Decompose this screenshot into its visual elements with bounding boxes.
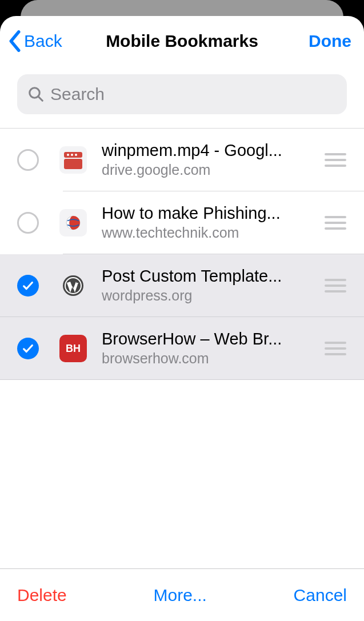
checked-circle-icon	[17, 338, 39, 359]
grip-line-icon	[325, 216, 346, 218]
select-checkbox[interactable]	[17, 338, 39, 359]
grip-line-icon	[325, 165, 346, 167]
grip-line-icon	[325, 279, 346, 281]
reorder-handle[interactable]	[319, 191, 351, 254]
checkmark-icon	[22, 279, 34, 292]
back-label: Back	[24, 31, 62, 51]
bookmark-row[interactable]: Post Custom Template... wordpress.org	[0, 254, 364, 317]
bookmark-url: www.techtechnik.com	[102, 223, 313, 242]
bookmark-url: wordpress.org	[102, 286, 313, 305]
bookmark-text: Post Custom Template... wordpress.org	[102, 266, 319, 305]
bookmark-row[interactable]: How to make Phishing... www.techtechnik.…	[0, 191, 364, 254]
grip-line-icon	[325, 222, 346, 224]
bookmark-list: winpmem.mp4 - Googl... drive.google.com	[0, 128, 364, 568]
bookmark-text: How to make Phishing... www.techtechnik.…	[102, 203, 319, 242]
reorder-handle[interactable]	[319, 129, 351, 191]
search-field-wrapper[interactable]	[17, 74, 347, 114]
svg-rect-3	[64, 159, 82, 169]
chevron-left-icon	[8, 30, 22, 52]
grip-line-icon	[325, 353, 346, 355]
search-input[interactable]	[50, 85, 337, 104]
unchecked-circle-icon	[17, 149, 39, 171]
grip-line-icon	[325, 227, 346, 230]
delete-button[interactable]: Delete	[17, 586, 67, 605]
bookmark-row[interactable]: BH BrowserHow – Web Br... browserhow.com	[0, 317, 364, 380]
bookmark-text: winpmem.mp4 - Googl... drive.google.com	[102, 141, 319, 179]
search-icon	[27, 86, 45, 103]
reorder-handle[interactable]	[319, 254, 351, 317]
bookmark-title: winpmem.mp4 - Googl...	[102, 141, 313, 161]
cancel-button[interactable]: Cancel	[294, 586, 347, 605]
svg-point-5	[71, 154, 73, 156]
browserhow-bh-icon: BH	[59, 335, 87, 362]
bookmark-title: How to make Phishing...	[102, 203, 313, 223]
bookmark-text: BrowserHow – Web Br... browserhow.com	[102, 329, 319, 367]
grip-line-icon	[325, 153, 346, 155]
grip-line-icon	[325, 285, 346, 287]
done-button[interactable]: Done	[309, 31, 351, 51]
select-checkbox[interactable]	[17, 275, 39, 297]
checkmark-icon	[22, 342, 34, 355]
svg-point-4	[67, 154, 69, 156]
grip-line-icon	[325, 342, 346, 344]
bookmarks-sheet: Back Mobile Bookmarks Done	[0, 16, 364, 621]
select-checkbox[interactable]	[17, 212, 39, 234]
select-checkbox[interactable]	[17, 149, 39, 171]
techtechnik-globe-icon	[59, 209, 87, 237]
grip-line-icon	[325, 347, 346, 350]
bookmark-row[interactable]: winpmem.mp4 - Googl... drive.google.com	[0, 129, 364, 191]
grip-line-icon	[325, 290, 346, 293]
drive-red-icon	[59, 146, 87, 174]
svg-point-6	[75, 154, 77, 156]
search-container	[0, 66, 364, 128]
page-title: Mobile Bookmarks	[106, 31, 258, 51]
reorder-handle[interactable]	[319, 317, 351, 380]
bottom-toolbar: Delete More... Cancel	[0, 568, 364, 621]
grip-line-icon	[325, 159, 346, 161]
more-button[interactable]: More...	[153, 586, 206, 605]
bookmark-title: BrowserHow – Web Br...	[102, 329, 313, 349]
back-button[interactable]: Back	[8, 30, 62, 52]
wordpress-icon	[59, 272, 87, 299]
bookmark-title: Post Custom Template...	[102, 266, 313, 286]
header-bar: Back Mobile Bookmarks Done	[0, 16, 364, 66]
bookmark-url: drive.google.com	[102, 161, 313, 179]
bookmark-url: browserhow.com	[102, 349, 313, 368]
svg-line-1	[38, 97, 43, 101]
checked-circle-icon	[17, 275, 39, 297]
unchecked-circle-icon	[17, 212, 39, 234]
